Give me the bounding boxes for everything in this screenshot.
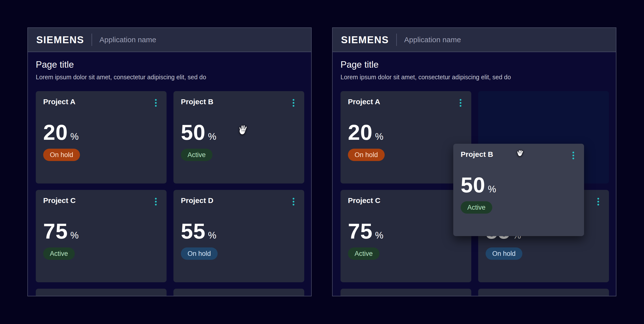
app-panel-default: SIEMENS Application name Page title Lore… <box>28 28 312 296</box>
progress-metric: 20 % <box>348 122 464 143</box>
project-card-b-dragging[interactable]: Project B 50 % Active <box>453 144 584 236</box>
progress-metric: 50 % <box>461 174 577 196</box>
panel-body: Page title Lorem ipsum dolor sit amet, c… <box>28 60 311 296</box>
status-badge: Active <box>348 247 380 260</box>
progress-metric: 50 % <box>181 122 297 143</box>
kebab-menu-icon[interactable] <box>152 98 159 108</box>
headline-card-partial[interactable]: Headline <box>174 289 304 296</box>
status-badge: On hold <box>181 247 218 260</box>
status-badge: On hold <box>348 149 385 161</box>
progress-unit: % <box>208 131 216 142</box>
progress-unit: % <box>375 131 384 142</box>
progress-metric: 75 % <box>348 220 464 242</box>
project-card-a[interactable]: Project A 20 % On hold <box>36 91 166 183</box>
project-card-c[interactable]: Project C 75 % Active <box>340 190 471 282</box>
status-badge: Active <box>181 149 212 161</box>
progress-metric: 75 % <box>43 220 159 242</box>
kebab-menu-icon[interactable] <box>595 197 602 206</box>
status-badge: Active <box>43 247 75 260</box>
card-title: Project C <box>43 196 76 204</box>
progress-value: 50 <box>181 122 206 143</box>
project-card-c[interactable]: Project C 75 % Active <box>36 190 166 282</box>
kebab-menu-icon[interactable] <box>290 98 297 108</box>
card-title: Headline <box>181 295 212 296</box>
application-name: Application name <box>100 36 156 44</box>
card-title: Project B <box>181 98 214 106</box>
page-subtitle: Lorem ipsum dolor sit amet, consectetur … <box>36 74 303 81</box>
kebab-menu-icon[interactable] <box>152 295 159 296</box>
progress-value: 20 <box>43 122 68 143</box>
siemens-logo: SIEMENS <box>36 34 84 46</box>
progress-unit: % <box>70 131 79 142</box>
kebab-menu-icon[interactable] <box>290 197 297 206</box>
progress-unit: % <box>488 184 496 195</box>
siemens-logo: SIEMENS <box>341 34 389 46</box>
project-card-a[interactable]: Project A 20 % On hold <box>340 91 471 183</box>
application-name: Application name <box>404 36 461 44</box>
header-divider <box>396 34 397 46</box>
page-title: Page title <box>340 60 608 70</box>
progress-value: 50 <box>461 174 485 196</box>
project-card-d[interactable]: Project D 55 % On hold <box>174 190 304 282</box>
progress-unit: % <box>70 230 79 241</box>
card-title: Project A <box>43 98 76 106</box>
app-header: SIEMENS Application name <box>28 28 311 52</box>
status-badge: Active <box>461 201 492 214</box>
progress-value: 55 <box>181 220 206 242</box>
card-title: Project C <box>348 196 380 204</box>
progress-value: 75 <box>43 220 68 242</box>
kebab-menu-icon[interactable] <box>457 295 464 296</box>
headline-card-partial[interactable]: Headline <box>36 289 166 296</box>
kebab-menu-icon[interactable] <box>290 295 297 296</box>
headline-card-partial[interactable]: Headline <box>340 289 471 296</box>
kebab-menu-icon[interactable] <box>152 197 159 206</box>
kebab-menu-icon[interactable] <box>595 295 602 296</box>
project-card-b[interactable]: Project B 50 % Active <box>174 91 304 183</box>
kebab-menu-icon[interactable] <box>570 151 577 160</box>
header-divider <box>92 34 92 46</box>
card-grid: Project A 20 % On hold Project B 50 % <box>36 91 303 296</box>
card-title: Headline <box>348 295 379 296</box>
status-badge: On hold <box>486 247 522 260</box>
card-title: Headline <box>486 295 516 296</box>
progress-metric: 20 % <box>43 122 159 143</box>
progress-value: 75 <box>348 220 372 242</box>
progress-unit: % <box>375 230 384 241</box>
app-header: SIEMENS Application name <box>332 28 616 52</box>
kebab-menu-icon[interactable] <box>457 98 464 108</box>
progress-value: 20 <box>348 122 372 143</box>
page-subtitle: Lorem ipsum dolor sit amet, consectetur … <box>340 74 608 81</box>
headline-card-partial[interactable]: Headline <box>478 289 609 296</box>
status-badge: On hold <box>43 149 80 161</box>
app-panel-dragging: SIEMENS Application name Page title Lore… <box>332 28 616 296</box>
card-title: Project B <box>461 150 493 158</box>
card-title: Headline <box>43 295 74 296</box>
card-title: Project A <box>348 98 380 106</box>
panel-body: Page title Lorem ipsum dolor sit amet, c… <box>332 60 616 296</box>
card-title: Project D <box>181 196 214 204</box>
progress-metric: 55 % <box>181 220 297 242</box>
progress-unit: % <box>208 230 216 241</box>
page-title: Page title <box>36 60 303 70</box>
